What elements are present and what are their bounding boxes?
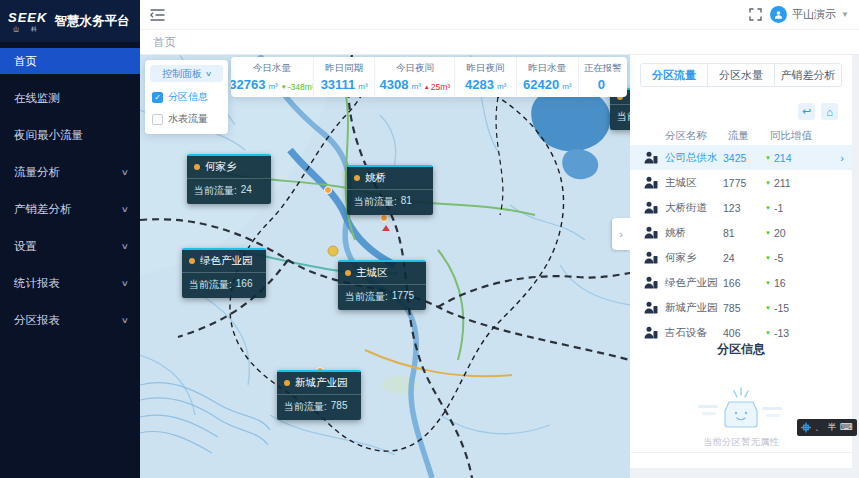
- partition-info-title: 分区信息: [630, 341, 852, 358]
- partition-delta: -1: [774, 202, 783, 214]
- layer-checkbox[interactable]: ✓ 水表流量: [150, 112, 223, 126]
- chevron-down-icon: ∨: [121, 242, 129, 251]
- partition-name: 吉石设备: [665, 326, 723, 340]
- panel-tab[interactable]: 分区流量: [641, 64, 707, 86]
- panel-tab[interactable]: 产销差分析: [774, 64, 841, 86]
- chevron-right-icon: ›: [840, 152, 844, 164]
- panel-collapse-handle[interactable]: ›: [612, 218, 630, 250]
- partition-delta: -13: [774, 327, 789, 339]
- app-logo: SEEK 山 科 智慧水务平台: [0, 0, 140, 42]
- floating-toolbar[interactable]: 、 半 ⌨: [797, 419, 857, 436]
- dropdown-label: 控制面板: [162, 67, 202, 81]
- back-button[interactable]: ↩: [798, 103, 815, 120]
- sidebar-collapse-button[interactable]: [150, 9, 165, 21]
- down-arrow-icon: [765, 330, 771, 336]
- down-arrow-icon: [765, 230, 771, 236]
- partition-name: 公司总供水: [665, 151, 723, 165]
- down-arrow-icon: [765, 255, 771, 261]
- keyboard-icon: ⌨: [840, 423, 853, 432]
- topbar: 平山演示 ▼: [140, 0, 859, 30]
- table-row[interactable]: 大桥街道 123 -1 ›: [630, 195, 852, 220]
- right-panel: 分区流量 分区水量 产销差分析 ↩ ⌂ 分区名称 流量 同比增值: [630, 55, 852, 468]
- stat-delta: 25m³: [424, 82, 450, 92]
- sidebar-item-label: 首页: [14, 54, 37, 69]
- table-row[interactable]: 公司总供水 3425 214 ›: [630, 145, 852, 170]
- fullscreen-button[interactable]: [749, 8, 762, 21]
- partition-name: 姚桥: [665, 226, 723, 240]
- tab-label: 分区流量: [652, 68, 696, 83]
- sidebar-item[interactable]: 产销差分析 ∨: [0, 196, 140, 222]
- sidebar-item[interactable]: 分区报表 ∨: [0, 307, 140, 333]
- down-arrow-icon: [765, 205, 771, 211]
- sidebar-item[interactable]: 在线监测 ∨: [0, 85, 140, 111]
- partition-user-icon: [644, 226, 659, 239]
- app-title: 智慧水务平台: [54, 13, 129, 30]
- partition-user-icon: [644, 176, 659, 189]
- sidebar-item[interactable]: 统计报表 ∨: [0, 270, 140, 296]
- stat-item: 昨日同期 33111 m³: [313, 57, 375, 97]
- trend-arrow-icon: [424, 84, 430, 90]
- partition-flow: 123: [723, 202, 765, 214]
- stat-delta: -348m³: [281, 82, 313, 92]
- stat-label: 昨日夜间: [467, 62, 505, 75]
- sidebar-item[interactable]: 夜间最小流量 ∨: [0, 122, 140, 148]
- partition-user-icon: [644, 301, 659, 314]
- checkbox-icon: ✓: [152, 114, 163, 125]
- table-header: 分区名称 流量 同比增值: [630, 129, 852, 143]
- tab-label: 分区水量: [719, 68, 763, 83]
- partition-flow: 81: [723, 227, 765, 239]
- table-row[interactable]: 绿色产业园 166 16 ›: [630, 270, 852, 295]
- chevron-down-icon: ∨: [205, 70, 212, 78]
- partition-delta: 214: [774, 152, 792, 164]
- brand-logo-icon: SEEK 山 科: [8, 11, 47, 32]
- tab-label: 产销差分析: [781, 68, 836, 83]
- sidebar-item-label: 在线监测: [14, 91, 60, 106]
- down-arrow-icon: [765, 155, 771, 161]
- partition-name: 主城区: [665, 176, 723, 190]
- partition-flow: 406: [723, 327, 765, 339]
- partition-table: 公司总供水 3425 214 › 主城区 1775: [630, 145, 852, 345]
- table-row[interactable]: 主城区 1775 211 ›: [630, 170, 852, 195]
- empty-state: 当前分区暂无属性: [630, 383, 852, 449]
- sidebar-item[interactable]: 流量分析 ∨: [0, 159, 140, 185]
- username: 平山演示: [792, 7, 836, 22]
- header-flow: 流量: [728, 129, 770, 143]
- user-menu[interactable]: 平山演示 ▼: [770, 6, 849, 23]
- partition-delta: 211: [774, 177, 791, 189]
- table-row[interactable]: 何家乡 24 -5 ›: [630, 245, 852, 270]
- panel-tabs: 分区流量 分区水量 产销差分析: [640, 63, 842, 87]
- stat-label: 正在报警: [584, 62, 622, 75]
- home-button[interactable]: ⌂: [821, 103, 838, 120]
- chevron-down-icon: ∨: [121, 279, 129, 288]
- brand-logo-text: SEEK: [8, 11, 47, 24]
- stat-label: 昨日水量: [528, 62, 566, 75]
- panel-divider: [630, 452, 852, 453]
- partition-user-icon: [644, 276, 659, 289]
- sidebar-item-label: 夜间最小流量: [14, 128, 83, 143]
- down-arrow-icon: [765, 280, 771, 286]
- down-arrow-icon: [765, 305, 771, 311]
- breadcrumb[interactable]: 首页: [153, 35, 176, 50]
- partition-flow: 166: [723, 277, 765, 289]
- map-layer-dropdown[interactable]: 控制面板 ∨: [150, 65, 223, 82]
- sidebar-item-label: 产销差分析: [14, 202, 72, 217]
- user-icon: [774, 10, 783, 19]
- chevron-down-icon: ∨: [121, 205, 129, 214]
- panel-actions: ↩ ⌂: [798, 103, 838, 120]
- stat-item: 正在报警 0: [578, 57, 628, 97]
- table-row[interactable]: 姚桥 81 20 ›: [630, 220, 852, 245]
- layer-checkbox[interactable]: ✓ 分区信息: [150, 90, 223, 104]
- chevron-down-icon: ▼: [841, 10, 849, 19]
- breadcrumb-bar: 首页: [140, 30, 859, 55]
- table-row[interactable]: 新城产业园 785 -15 ›: [630, 295, 852, 320]
- sidebar-item-label: 设置: [14, 239, 37, 254]
- sidebar-item[interactable]: 首页 ∨: [0, 48, 140, 74]
- fullscreen-icon: [749, 8, 762, 21]
- checkbox-icon: ✓: [152, 92, 163, 103]
- stat-unit: m³: [268, 82, 277, 91]
- panel-tab[interactable]: 分区水量: [707, 64, 774, 86]
- stat-item: 昨日夜间 4283 m³: [454, 57, 516, 97]
- brand-logo-subtext: 山 科: [13, 26, 42, 32]
- sidebar-item[interactable]: 设置 ∨: [0, 233, 140, 259]
- partition-flow: 1775: [723, 177, 765, 189]
